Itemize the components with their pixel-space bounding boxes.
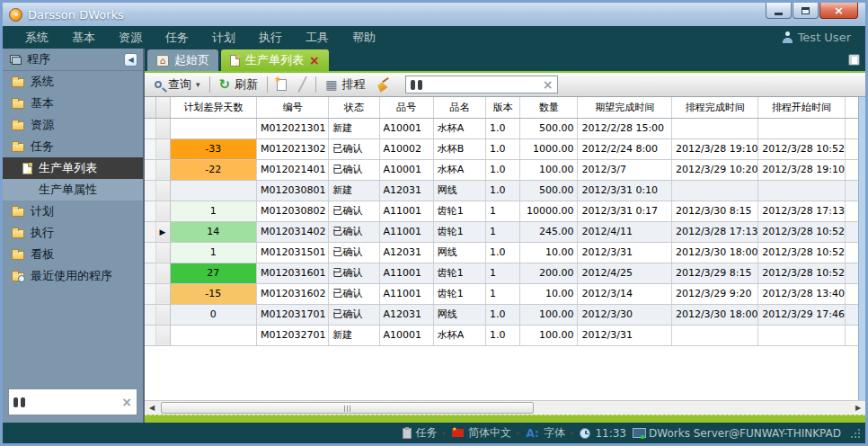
sidebar-search-box: ×: [8, 388, 137, 415]
row-indicator-cell[interactable]: [145, 159, 155, 180]
row-header-cell[interactable]: [155, 201, 170, 221]
row-header-cell[interactable]: [155, 304, 170, 325]
sidebar-collapse-button[interactable]: ◀: [124, 53, 137, 67]
table-row[interactable]: -22M012021401已确认A10001水杯A1.0100.002012/3…: [145, 159, 858, 180]
user-box[interactable]: Test User: [783, 31, 855, 44]
table-row[interactable]: 0M012031701已确认A12031网线1.0100.002012/3/30…: [145, 304, 858, 325]
new-button[interactable]: [274, 77, 289, 93]
language-menu[interactable]: 简体中文 ▾: [452, 425, 520, 441]
row-indicator-cell[interactable]: [145, 304, 155, 325]
menu-item-工具[interactable]: 工具: [294, 26, 341, 49]
sidebar-item-生产单列表[interactable]: 生产单列表: [3, 157, 143, 179]
table-row[interactable]: -15M012031602已确认A11001齿轮1110.002012/3/14…: [145, 283, 858, 304]
table-row[interactable]: M012030801新建A12031网线1.0500.002012/3/31 0…: [145, 180, 858, 201]
row-indicator-cell[interactable]: [145, 325, 155, 345]
toolbar-search-input[interactable]: [427, 78, 537, 91]
schedule-button[interactable]: ▦ 排程: [323, 75, 368, 94]
column-header-编号[interactable]: 编号: [257, 97, 329, 118]
row-header-cell[interactable]: [155, 180, 170, 201]
column-header-计划差异天数[interactable]: 计划差异天数: [170, 97, 256, 118]
menu-item-任务[interactable]: 任务: [154, 26, 200, 49]
column-header-数量[interactable]: 数量: [520, 97, 578, 118]
title-bar[interactable]: Darsson DWorks: [3, 3, 865, 26]
row-header-cell[interactable]: [155, 138, 170, 159]
tab-close-icon[interactable]: ×: [309, 54, 320, 67]
recent-folder-icon: [12, 272, 24, 281]
tab-生产单列表[interactable]: 生产单列表×: [221, 49, 329, 71]
row-indicator-cell[interactable]: [145, 242, 155, 263]
vertical-scrollbar[interactable]: [858, 97, 865, 400]
minimize-button[interactable]: [766, 3, 792, 19]
sidebar-item-系统[interactable]: 系统: [3, 71, 143, 93]
table-row[interactable]: -33M012021302已确认A10002水杯B1.01000.002012/…: [145, 138, 858, 159]
column-header-clipped[interactable]: 首: [845, 97, 858, 118]
refresh-button[interactable]: ↻ 刷新: [217, 75, 261, 94]
table-row[interactable]: 1M012030802已确认A11001齿轮1110000.002012/3/3…: [145, 201, 858, 221]
toolbar-separator: [315, 76, 316, 93]
maximize-button[interactable]: [793, 3, 819, 19]
row-indicator-cell[interactable]: [145, 138, 155, 159]
column-header-状态[interactable]: 状态: [329, 97, 379, 118]
table-row[interactable]: 1M012031501已确认A12031网线1.010.002012/3/312…: [145, 242, 858, 263]
scroll-left-icon[interactable]: ◀: [145, 401, 159, 415]
column-header-排程完成时间[interactable]: 排程完成时间: [671, 97, 757, 118]
edit-button[interactable]: ╱: [296, 77, 309, 93]
scrollbar-thumb[interactable]: [161, 402, 534, 414]
row-indicator-cell[interactable]: [145, 221, 155, 242]
sidebar-item-看板[interactable]: 看板: [3, 244, 143, 265]
tab-起始页[interactable]: ⌂起始页: [147, 49, 218, 71]
menu-item-执行[interactable]: 执行: [247, 26, 294, 49]
table-row[interactable]: M012021301新建A10001水杯A1.0500.002012/2/28 …: [145, 118, 858, 138]
active-row-marker[interactable]: ▶: [155, 221, 170, 242]
item-name-cell: 水杯A: [433, 325, 485, 345]
column-header-品号[interactable]: 品号: [379, 97, 433, 118]
row-indicator-cell[interactable]: [145, 283, 155, 304]
sidebar-item-基本[interactable]: 基本: [3, 93, 143, 114]
close-button[interactable]: ×: [819, 3, 858, 19]
row-header-cell[interactable]: [155, 242, 170, 263]
task-menu[interactable]: 任务 ▾: [403, 425, 447, 441]
toolbar-search-clear-icon[interactable]: ×: [543, 78, 554, 91]
sidebar-search-clear-icon[interactable]: ×: [121, 396, 132, 408]
row-header-cell[interactable]: [155, 263, 170, 283]
sched-start-cell: 2012/3/28 10:52: [758, 242, 845, 263]
row-indicator-cell[interactable]: [145, 118, 155, 138]
table-row[interactable]: ▶14M012031402已确认A11001齿轮11245.002012/4/1…: [145, 221, 858, 242]
row-indicator-cell[interactable]: [145, 263, 155, 283]
tab-list-button[interactable]: [848, 54, 860, 66]
column-header-版本[interactable]: 版本: [486, 97, 520, 118]
row-header-cell[interactable]: [155, 118, 170, 138]
column-header-排程开始时间[interactable]: 排程开始时间: [758, 97, 845, 118]
sidebar-item-资源[interactable]: 资源: [3, 114, 143, 136]
table-row[interactable]: 27M012031601已确认A11001齿轮11200.002012/4/25…: [145, 263, 858, 283]
row-indicator-cell[interactable]: [145, 180, 155, 201]
row-header-cell[interactable]: [155, 325, 170, 345]
scroll-right-icon[interactable]: ▶: [851, 401, 865, 415]
font-menu[interactable]: A: 字体 ▾: [527, 425, 574, 441]
sidebar-item-任务[interactable]: 任务: [3, 136, 143, 157]
extra-cell: [845, 221, 858, 242]
row-header-cell[interactable]: [155, 283, 170, 304]
clean-button[interactable]: [374, 76, 394, 94]
menu-item-帮助[interactable]: 帮助: [341, 26, 387, 49]
resize-grip[interactable]: [851, 429, 860, 438]
menu-item-资源[interactable]: 资源: [107, 26, 154, 49]
horizontal-scrollbar[interactable]: ◀ ▶: [145, 400, 865, 415]
sidebar-item-生产单属性[interactable]: 生产单属性: [3, 179, 143, 201]
row-header-cell[interactable]: [155, 159, 170, 180]
column-header-期望完成时间[interactable]: 期望完成时间: [578, 97, 671, 118]
column-header-品名[interactable]: 品名: [433, 97, 485, 118]
sidebar-item-最近使用的程序[interactable]: 最近使用的程序: [3, 265, 143, 287]
sidebar-item-计划[interactable]: 计划: [3, 201, 143, 222]
table-row[interactable]: M012032701新建A10001水杯A1.0100.002012/3/31: [145, 325, 858, 345]
row-indicator-cell[interactable]: [145, 201, 155, 221]
code-cell: M012031402: [257, 221, 329, 242]
sidebar-item-执行[interactable]: 执行: [3, 222, 143, 244]
menu-item-基本[interactable]: 基本: [60, 26, 107, 49]
sidebar-search-input[interactable]: [30, 396, 117, 408]
menu-item-计划[interactable]: 计划: [200, 26, 247, 49]
qty-cell: 500.00: [520, 180, 578, 201]
query-button[interactable]: 查询 ▾: [152, 75, 203, 94]
server-label: DWorks Server@FUNWAY-THINKPAD: [649, 427, 841, 440]
menu-item-系统[interactable]: 系统: [13, 26, 60, 49]
